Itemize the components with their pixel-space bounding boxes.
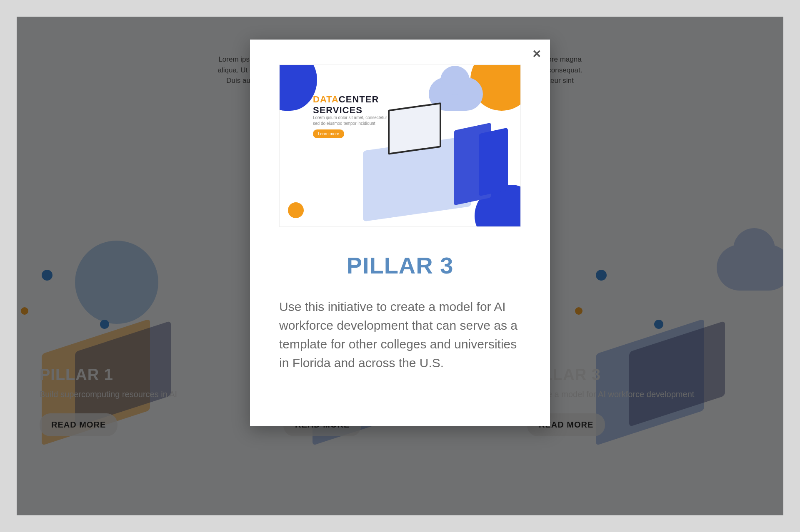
hero-learn-more-button: Learn more xyxy=(313,129,344,138)
modal-hero-illustration: DATACENTER SERVICES Lorem ipsum dolor si… xyxy=(279,65,521,227)
modal-title: PILLAR 3 xyxy=(279,252,521,279)
pillar-detail-modal: × DATACENTER SERVICES Lorem ipsum dolor … xyxy=(250,40,550,426)
hero-subtitle: SERVICES xyxy=(313,105,362,115)
hero-lorem: Lorem ipsum dolor sit amet, consectetur … xyxy=(313,115,396,127)
modal-body-text: Use this initiative to create a model fo… xyxy=(279,297,521,372)
hero-title: DATACENTER SERVICES xyxy=(313,94,379,116)
hero-title-part-1: DATA xyxy=(313,94,339,104)
hero-title-part-2: CENTER xyxy=(339,94,379,104)
close-icon[interactable]: × xyxy=(532,46,541,60)
